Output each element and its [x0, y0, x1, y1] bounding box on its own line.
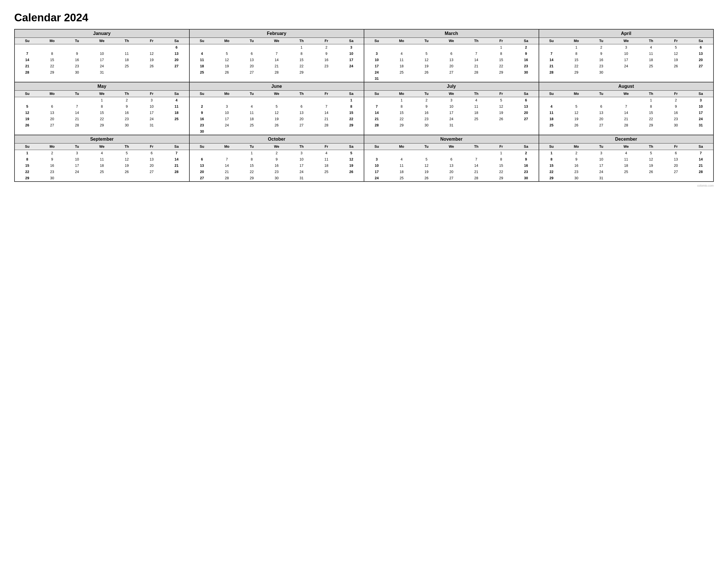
- day-cell: [214, 44, 239, 51]
- day-cell: [614, 175, 639, 181]
- day-header-fr: Fr: [314, 91, 339, 97]
- day-header-fr: Fr: [489, 38, 514, 44]
- day-cell: 22: [489, 169, 514, 175]
- day-cell: 19: [414, 169, 439, 175]
- day-cell: 23: [514, 169, 539, 175]
- month-november: NovemberSuMoTuWeThFrSa123456789101112131…: [364, 135, 539, 182]
- day-cell: 21: [15, 63, 40, 69]
- day-cell: 22: [289, 63, 314, 69]
- day-cell: 28: [15, 69, 40, 76]
- day-cell: [314, 175, 339, 181]
- day-cell: 14: [464, 163, 489, 169]
- day-cell: 20: [589, 116, 614, 122]
- day-cell: 26: [114, 169, 139, 175]
- day-cell: 15: [90, 110, 115, 116]
- day-cell: 29: [564, 69, 589, 76]
- day-header-mo: Mo: [40, 38, 65, 44]
- day-header-fr: Fr: [139, 144, 164, 150]
- day-cell: 15: [289, 57, 314, 63]
- day-cell: 19: [414, 63, 439, 69]
- day-cell: 17: [439, 110, 464, 116]
- day-cell: 9: [514, 51, 539, 57]
- day-cell: 28: [264, 69, 289, 76]
- day-cell: 4: [314, 150, 339, 157]
- day-cell: 19: [339, 163, 364, 169]
- day-header-mo: Mo: [389, 144, 414, 150]
- day-cell: 14: [164, 156, 189, 163]
- day-cell: 29: [489, 175, 514, 181]
- day-header-mo: Mo: [389, 38, 414, 44]
- day-cell: 7: [15, 51, 40, 57]
- day-header-fr: Fr: [489, 91, 514, 97]
- day-cell: 14: [464, 57, 489, 63]
- day-cell: 22: [90, 116, 115, 122]
- day-header-su: Su: [15, 38, 40, 44]
- day-header-th: Th: [114, 91, 139, 97]
- day-cell: [164, 69, 189, 76]
- day-cell: 10: [688, 103, 713, 110]
- day-cell: 4: [190, 51, 215, 57]
- day-cell: 2: [264, 150, 289, 157]
- day-cell: 16: [514, 163, 539, 169]
- day-cell: [389, 44, 414, 51]
- day-header-sa: Sa: [339, 144, 364, 150]
- day-cell: 14: [65, 110, 90, 116]
- day-cell: 5: [639, 150, 664, 157]
- day-header-tu: Tu: [414, 91, 439, 97]
- day-cell: 20: [663, 163, 688, 169]
- day-cell: 20: [164, 57, 189, 63]
- day-cell: 17: [364, 169, 389, 175]
- day-cell: [214, 129, 239, 135]
- day-cell: 31: [688, 122, 713, 129]
- day-header-we: We: [439, 38, 464, 44]
- day-cell: 24: [289, 169, 314, 175]
- day-cell: 5: [414, 156, 439, 163]
- day-cell: 9: [514, 156, 539, 163]
- day-header-mo: Mo: [564, 38, 589, 44]
- day-cell: 9: [314, 51, 339, 57]
- day-cell: 16: [40, 163, 65, 169]
- day-cell: [139, 175, 164, 181]
- day-cell: 13: [514, 103, 539, 110]
- day-cell: 10: [90, 51, 115, 57]
- day-cell: 29: [389, 122, 414, 129]
- day-cell: 15: [489, 163, 514, 169]
- day-cell: 27: [139, 169, 164, 175]
- day-cell: 21: [65, 116, 90, 122]
- day-cell: 20: [439, 169, 464, 175]
- day-cell: 14: [214, 163, 239, 169]
- day-cell: 17: [688, 110, 713, 116]
- month-september: SeptemberSuMoTuWeThFrSa12345678910111213…: [15, 135, 190, 182]
- day-cell: 25: [389, 175, 414, 181]
- day-cell: 22: [239, 169, 264, 175]
- day-header-we: We: [439, 91, 464, 97]
- day-cell: 1: [289, 44, 314, 51]
- day-cell: 3: [439, 97, 464, 104]
- day-cell: 25: [314, 169, 339, 175]
- day-header-we: We: [264, 91, 289, 97]
- day-header-tu: Tu: [239, 38, 264, 44]
- day-cell: 4: [164, 97, 189, 104]
- day-cell: [139, 69, 164, 76]
- day-cell: 22: [639, 116, 664, 122]
- day-cell: 19: [489, 110, 514, 116]
- day-cell: 13: [289, 110, 314, 116]
- day-cell: 30: [40, 175, 65, 181]
- day-cell: 8: [289, 51, 314, 57]
- day-cell: 2: [190, 103, 215, 110]
- day-cell: 20: [139, 163, 164, 169]
- day-header-we: We: [614, 91, 639, 97]
- day-cell: 12: [414, 163, 439, 169]
- day-cell: 15: [40, 57, 65, 63]
- page-title: Calendar 2024: [14, 11, 714, 24]
- day-cell: 26: [414, 175, 439, 181]
- day-cell: [239, 97, 264, 104]
- day-cell: 1: [339, 97, 364, 104]
- day-cell: 24: [214, 122, 239, 129]
- day-cell: 10: [614, 51, 639, 57]
- day-header-sa: Sa: [688, 38, 713, 44]
- day-cell: 6: [239, 51, 264, 57]
- day-header-we: We: [264, 144, 289, 150]
- day-cell: 25: [239, 122, 264, 129]
- day-cell: 18: [190, 63, 215, 69]
